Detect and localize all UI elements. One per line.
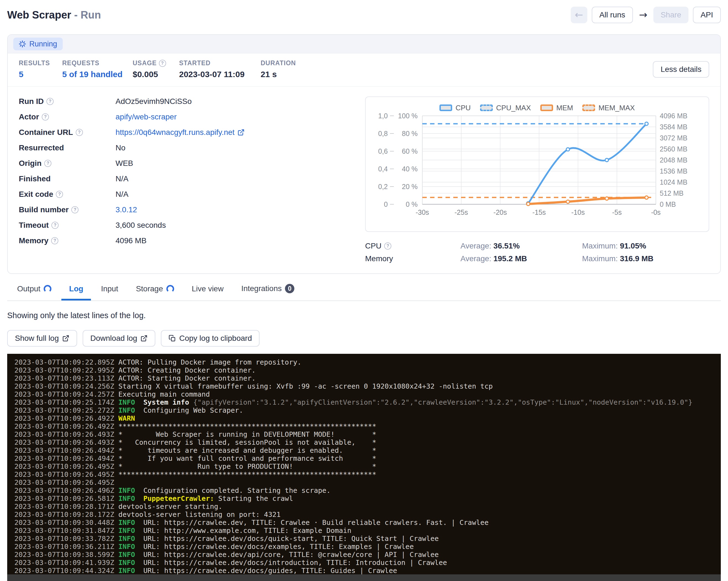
help-icon[interactable]: ? [51, 222, 59, 229]
log-line: 2023-03-07T10:09:24.257Z Executing main … [15, 390, 721, 398]
share-button[interactable]: Share [653, 7, 688, 23]
tab-label: Log [69, 284, 83, 293]
detail-link-container-url[interactable]: https://0q64wnacgyft.runs.apify.net [115, 128, 235, 137]
log-timestamp: 2023-03-07T10:09:26.495Z [15, 463, 114, 471]
tab-input[interactable]: Input [93, 283, 126, 300]
detail-run-id: Run ID?AdOz5evimh9NCiSSo [19, 94, 365, 109]
svg-text:2048 MB: 2048 MB [660, 156, 687, 164]
log-timestamp: 2023-03-07T10:09:22.895Z [15, 358, 114, 366]
resource-summary: CPU?Average: 36.51%Maximum: 91.05%Memory… [365, 240, 709, 265]
help-icon[interactable]: ? [51, 237, 58, 244]
less-details-button[interactable]: Less details [653, 61, 709, 78]
help-icon[interactable]: ? [71, 206, 78, 213]
help-icon[interactable]: ? [44, 160, 51, 167]
previous-run-button[interactable]: ← [571, 7, 587, 23]
log-message-segment: ****************************************… [118, 471, 376, 478]
log-message-segment: System info [144, 398, 193, 406]
log-level: WARN [118, 414, 135, 422]
tab-live-view[interactable]: Live view [184, 283, 231, 300]
detail-value-exit-code: N/A [115, 190, 129, 199]
detail-value-build-number: 3.0.12 [115, 205, 137, 214]
svg-text:2560 MB: 2560 MB [660, 145, 687, 153]
download-log-button[interactable]: Download log [83, 330, 156, 347]
legend-item-cpu_max: CPU_MAX [480, 104, 531, 112]
detail-label-text: Origin [19, 159, 42, 168]
log-timestamp: 2023-03-07T10:09:31.847Z [15, 527, 114, 534]
log-timestamp: 2023-03-07T10:09:30.448Z [15, 519, 114, 527]
loading-spinner-icon [166, 285, 174, 293]
external-link-icon [62, 335, 69, 342]
help-icon[interactable]: ? [56, 191, 63, 198]
log-level: INFO [118, 527, 135, 534]
tab-storage[interactable]: Storage [128, 283, 182, 300]
resource-row-memory: MemoryAverage: 195.2 MBMaximum: 316.9 MB [365, 253, 709, 265]
chart-legend: CPUCPU_MAXMEMMEM_MAX [366, 104, 709, 112]
resource-label-cpu: CPU? [365, 242, 461, 250]
all-runs-button[interactable]: All runs [592, 7, 633, 23]
svg-text:-10s: -10s [571, 208, 585, 216]
next-run-button[interactable]: → [638, 7, 649, 23]
log-timestamp: 2023-03-07T10:09:26.581Z [15, 495, 114, 502]
help-icon[interactable]: ? [159, 60, 166, 67]
tab-label: Integrations [241, 284, 282, 293]
resource-average-memory: Average: 195.2 MB [461, 254, 582, 263]
resource-row-cpu: CPU?Average: 36.51%Maximum: 91.05% [365, 240, 709, 253]
log-line: 2023-03-07T10:09:26.493Z * Web Scraper i… [15, 430, 721, 439]
metrics-chart-panel: CPUCPU_MAXMEMMEM_MAX -30s-25s-20s-15s-10… [365, 97, 709, 232]
stat-results: RESULTS5 [19, 59, 62, 79]
copy-log-clipboard-button[interactable]: Copy log to clipboard [161, 330, 260, 347]
detail-finished: FinishedN/A [19, 171, 365, 187]
help-icon[interactable]: ? [42, 113, 49, 121]
detail-build-number: Build number?3.0.12 [19, 202, 365, 217]
detail-link-actor[interactable]: apify/web-scraper [115, 112, 177, 121]
svg-text:0,4: 0,4 [378, 165, 388, 173]
help-icon[interactable]: ? [47, 98, 54, 105]
legend-item-mem: MEM [540, 104, 573, 112]
show-full-log-button[interactable]: Show full log [7, 330, 77, 347]
page-title: Web Scraper - Run [7, 8, 101, 22]
log-terminal: 2023-03-07T10:09:22.895Z ACTOR: Pulling … [7, 354, 721, 581]
log-timestamp: 2023-03-07T10:09:38.599Z [15, 551, 114, 559]
api-button[interactable]: API [693, 7, 721, 23]
loading-spinner-icon [44, 285, 51, 293]
log-line: 2023-03-07T10:09:26.495Z * Run type to P… [15, 463, 721, 471]
legend-swatch-mem [540, 104, 553, 111]
svg-text:0,6: 0,6 [378, 147, 388, 155]
tab-output[interactable]: Output [9, 283, 59, 300]
header-actions: ← All runs → Share API [571, 7, 721, 23]
legend-label: CPU [456, 104, 471, 112]
detail-timeout: Timeout?3,600 seconds [19, 217, 365, 233]
detail-label-memory: Memory? [19, 236, 115, 245]
forward-arrow-icon: → [639, 10, 647, 20]
detail-resurrected: ResurrectedNo [19, 140, 365, 156]
svg-text:3072 MB: 3072 MB [660, 134, 687, 142]
detail-actor: Actor?apify/web-scraper [19, 109, 365, 125]
help-icon[interactable]: ? [76, 129, 83, 136]
detail-value-timeout: 3,600 seconds [115, 221, 166, 230]
detail-label-text: Timeout [19, 221, 49, 230]
log-timestamp: 2023-03-07T10:09:26.494Z [15, 454, 114, 463]
metrics-chart: -30s-25s-20s-15s-10s-5s-0s1,0100 %0,880 … [366, 112, 695, 228]
legend-label: CPU_MAX [496, 104, 531, 112]
log-lines: 2023-03-07T10:09:22.895Z ACTOR: Pulling … [15, 358, 721, 575]
legend-swatch-cpu [439, 104, 452, 111]
log-message-segment: ACTOR: Starting Docker container. [118, 374, 256, 382]
tab-integrations[interactable]: Integrations0 [234, 282, 302, 300]
detail-label-actor: Actor? [19, 112, 115, 121]
stat-value-results[interactable]: 5 [19, 70, 62, 79]
detail-text-timeout: 3,600 seconds [115, 221, 166, 230]
svg-text:-0s: -0s [651, 208, 661, 216]
copy-icon [168, 335, 176, 342]
terminal-scrollbar[interactable] [7, 574, 721, 581]
log-level: INFO [118, 486, 135, 495]
detail-link-build-number[interactable]: 3.0.12 [115, 205, 137, 214]
stat-value-requests[interactable]: 5 of 19 handled [62, 70, 133, 79]
log-message-segment: devtools-server starting. [118, 502, 222, 510]
log-line: 2023-03-07T10:09:26.495Z [15, 478, 721, 486]
tab-log[interactable]: Log [61, 283, 91, 300]
resource-label-memory: Memory [365, 254, 461, 263]
stat-usage: USAGE?$0.005 [133, 59, 179, 79]
log-message-segment: {"apifyVersion":"3.1.2","apifyClientVers… [193, 398, 692, 406]
help-icon[interactable]: ? [384, 242, 391, 249]
button-label: Download log [90, 334, 137, 343]
